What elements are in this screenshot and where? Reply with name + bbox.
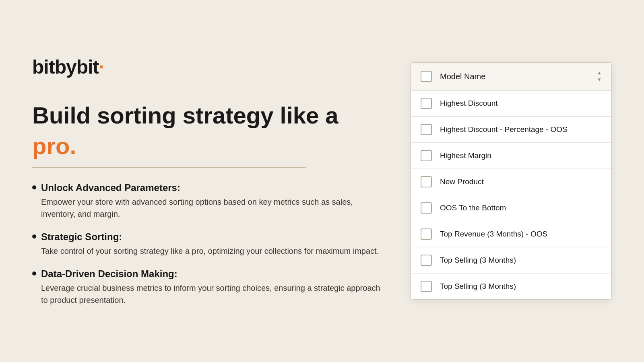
bullet-item-1: Unlock Advanced Parameters: Empower your… [32, 182, 386, 220]
bullet-dot-3 [32, 272, 36, 276]
bullet-title-3: Data-Driven Decision Making: [41, 268, 178, 280]
sort-up-icon: ▲ [597, 70, 602, 76]
divider [32, 167, 306, 168]
logo-bold: by [55, 56, 76, 78]
dropdown-table: Model Name ▲ ▼ Highest Discount Highest … [411, 62, 612, 300]
row-checkbox-6[interactable] [421, 255, 432, 266]
dropdown-row-6[interactable]: Top Selling (3 Months) [411, 247, 611, 274]
row-checkbox-1[interactable] [421, 124, 432, 135]
dropdown-row-5[interactable]: Top Revenue (3 Months) - OOS [411, 221, 611, 247]
row-checkbox-0[interactable] [421, 98, 432, 109]
logo: bitbybit· [32, 56, 386, 78]
bullet-desc-3: Leverage crucial business metrics to inf… [41, 282, 386, 306]
sort-down-icon: ▼ [597, 77, 602, 83]
dropdown-row-1[interactable]: Highest Discount - Percentage - OOS [411, 117, 611, 143]
sort-icon[interactable]: ▲ ▼ [597, 70, 602, 83]
row-label-7: Top Selling (3 Months) [440, 282, 516, 291]
dropdown-row-0[interactable]: Highest Discount [411, 90, 611, 117]
bullet-header-3: Data-Driven Decision Making: [32, 268, 386, 280]
dropdown-row-2[interactable]: Highest Margin [411, 143, 611, 169]
bullet-dot-1 [32, 185, 36, 189]
row-checkbox-7[interactable] [421, 281, 432, 292]
row-checkbox-5[interactable] [421, 228, 432, 240]
dropdown-row-3[interactable]: New Product [411, 169, 611, 195]
row-label-1: Highest Discount - Percentage - OOS [440, 125, 568, 134]
bullet-item-3: Data-Driven Decision Making: Leverage cr… [32, 268, 386, 306]
row-checkbox-2[interactable] [421, 150, 432, 161]
bullet-title-1: Unlock Advanced Parameters: [41, 182, 180, 193]
row-label-0: Highest Discount [440, 99, 498, 108]
row-label-4: OOS To the Bottom [440, 204, 506, 212]
bullet-item-2: Strategic Sorting: Take control of your … [32, 231, 386, 257]
bullet-header-2: Strategic Sorting: [32, 231, 386, 243]
bullet-title-2: Strategic Sorting: [41, 231, 122, 243]
headline-line1: Build sorting strategy like a [32, 102, 386, 129]
right-panel: Model Name ▲ ▼ Highest Discount Highest … [411, 62, 612, 300]
bullet-list: Unlock Advanced Parameters: Empower your… [32, 182, 386, 306]
dropdown-header-label: Model Name [440, 72, 597, 81]
headline-block: Build sorting strategy like a pro. [32, 102, 386, 167]
row-label-2: Highest Margin [440, 151, 491, 160]
bullet-dot-2 [32, 234, 36, 239]
row-checkbox-3[interactable] [421, 176, 432, 187]
row-label-6: Top Selling (3 Months) [440, 256, 516, 265]
dropdown-header[interactable]: Model Name ▲ ▼ [411, 63, 611, 90]
header-checkbox[interactable] [421, 71, 432, 82]
headline-line2: pro. [32, 132, 386, 159]
bullet-desc-1: Empower your store with advanced sorting… [41, 196, 386, 220]
dropdown-row-7[interactable]: Top Selling (3 Months) [411, 274, 611, 299]
logo-text: bitbybit· [32, 56, 104, 78]
bullet-desc-2: Take control of your sorting strategy li… [41, 245, 386, 257]
bullet-header-1: Unlock Advanced Parameters: [32, 182, 386, 193]
row-label-3: New Product [440, 177, 484, 186]
logo-orange-dot: · [99, 56, 103, 78]
left-panel: bitbybit· Build sorting strategy like a … [32, 56, 386, 306]
row-checkbox-4[interactable] [421, 202, 432, 214]
dropdown-row-4[interactable]: OOS To the Bottom [411, 195, 611, 221]
row-label-5: Top Revenue (3 Months) - OOS [440, 230, 547, 239]
